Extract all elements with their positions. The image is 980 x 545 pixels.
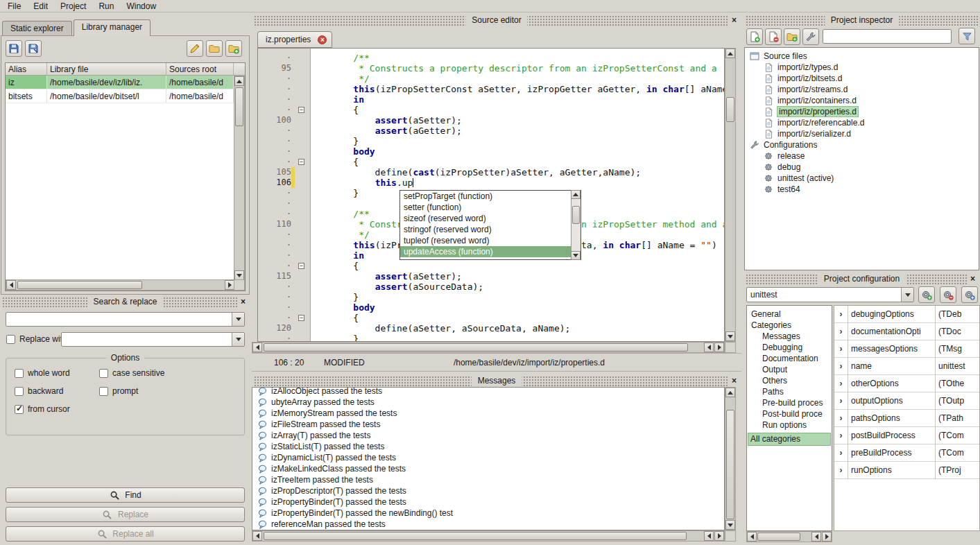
option-from-cursor[interactable]: from cursor: [15, 404, 70, 414]
gutter-row[interactable]: ·: [258, 240, 311, 250]
expand-icon[interactable]: ›: [834, 306, 848, 323]
configuration-combo[interactable]: unittest: [746, 287, 914, 302]
scroll-left-icon[interactable]: [704, 531, 714, 541]
scroll-right-icon[interactable]: [225, 280, 234, 290]
property-row[interactable]: ›pathsOptions(TPath: [834, 410, 979, 427]
category-debugging[interactable]: Debugging: [747, 342, 832, 353]
expand-icon[interactable]: ›: [834, 358, 848, 375]
gutter-row[interactable]: 115: [258, 271, 311, 282]
scroll-left-icon[interactable]: [6, 280, 16, 290]
gutter-row[interactable]: 106: [258, 178, 311, 188]
replace-button[interactable]: Replace: [6, 507, 245, 522]
completion-item[interactable]: updateAccess (function): [400, 246, 581, 257]
property-row[interactable]: ›otherOptions(TOthe: [834, 375, 979, 392]
scroll-thumb[interactable]: [572, 206, 580, 224]
add-library-button[interactable]: [225, 40, 242, 57]
completion-item[interactable]: stringof (reserved word): [400, 224, 581, 235]
category-messages[interactable]: Messages: [747, 331, 832, 342]
gutter-row[interactable]: ·: [258, 53, 311, 63]
tree-item-test64[interactable]: test64: [745, 184, 979, 195]
checkbox-box[interactable]: [99, 369, 108, 378]
gutter-row[interactable]: ·: [258, 146, 311, 157]
gutter-row[interactable]: 105: [258, 167, 311, 178]
category-run-options[interactable]: Run options: [747, 419, 832, 431]
property-row[interactable]: ›documentationOpti(TDoc: [834, 323, 979, 340]
scroll-up-icon[interactable]: [725, 49, 735, 58]
menu-run[interactable]: Run: [92, 1, 120, 12]
scroll-right-icon[interactable]: [822, 532, 832, 542]
gutter-row[interactable]: ·: [258, 292, 311, 302]
gutter-row[interactable]: ·−: [258, 261, 311, 271]
scroll-left-icon[interactable]: [252, 531, 262, 541]
messages-hscrollbar[interactable]: [252, 530, 725, 542]
close-icon[interactable]: ×: [729, 376, 739, 386]
table-row[interactable]: iz/home/basile/dev/iz/lib/iz./home/basil…: [6, 76, 245, 89]
gutter-row[interactable]: ·−: [258, 313, 311, 323]
message-item[interactable]: izAllocObject passed the tests: [252, 387, 724, 397]
library-table-hscrollbar[interactable]: [6, 279, 235, 291]
completion-item[interactable]: setPropTarget (function): [400, 191, 581, 202]
add-config-button[interactable]: [918, 286, 935, 303]
replace-with-checkbox[interactable]: Replace with: [6, 334, 67, 344]
column-header-alias[interactable]: Alias: [6, 63, 47, 75]
checkbox-box[interactable]: [15, 405, 24, 414]
filter-button[interactable]: [958, 28, 975, 44]
gutter-row[interactable]: ·: [258, 230, 311, 240]
expand-icon[interactable]: ›: [834, 340, 848, 358]
category-post-build-proce[interactable]: Post-build proce: [747, 408, 832, 419]
tree-item-import-iz-properties-d[interactable]: import/iz/properties.d: [745, 106, 979, 117]
scroll-right-icon[interactable]: [714, 531, 724, 541]
tab-close-icon[interactable]: ×: [318, 35, 327, 44]
scroll-up-icon[interactable]: [571, 190, 581, 199]
gutter-row[interactable]: ·: [258, 209, 311, 219]
fold-icon[interactable]: −: [298, 315, 304, 321]
menu-window[interactable]: Window: [120, 1, 162, 12]
save-library-button[interactable]: [6, 40, 22, 57]
completion-item[interactable]: setter (function): [400, 202, 581, 213]
close-icon[interactable]: ×: [238, 297, 248, 307]
scroll-thumb[interactable]: [264, 343, 688, 352]
add-folder-button[interactable]: [784, 28, 800, 45]
menu-project[interactable]: Project: [54, 1, 92, 12]
category-general[interactable]: General: [747, 309, 832, 320]
message-item[interactable]: ubyteArray passed the tests: [252, 397, 724, 408]
clone-config-button[interactable]: [961, 286, 978, 303]
fold-icon[interactable]: −: [298, 159, 304, 165]
gutter-row[interactable]: 110: [258, 219, 311, 230]
property-row[interactable]: ›messagesOptions(TMsg: [834, 340, 979, 358]
category-output[interactable]: Output: [747, 364, 832, 375]
editor-hscrollbar[interactable]: [252, 342, 725, 353]
option-backward[interactable]: backward: [15, 386, 63, 396]
close-icon[interactable]: ×: [729, 15, 739, 26]
tree-item-release[interactable]: release: [745, 150, 979, 162]
column-header-sources-root[interactable]: Sources root: [166, 63, 234, 75]
edit-alias-button[interactable]: [187, 40, 203, 57]
gutter-row[interactable]: ·: [258, 94, 311, 105]
scroll-up-icon[interactable]: [234, 76, 244, 86]
open-folder-button[interactable]: [206, 40, 223, 57]
expand-icon[interactable]: ›: [834, 375, 848, 392]
save-library-as-button[interactable]: [25, 40, 42, 57]
expand-icon[interactable]: ›: [834, 427, 848, 444]
property-row[interactable]: ›postBuildProcess(TCom: [834, 427, 979, 444]
gutter-row[interactable]: ·: [258, 334, 311, 342]
scroll-thumb[interactable]: [726, 97, 734, 122]
editor-vscrollbar[interactable]: [725, 48, 736, 342]
dropdown-icon[interactable]: [901, 288, 913, 302]
property-row[interactable]: ›debugingOptions(TDeb: [834, 306, 979, 323]
scroll-right-icon[interactable]: [714, 343, 724, 352]
gutter-row[interactable]: ·: [258, 302, 311, 313]
message-item[interactable]: izDynamicList(T) passed the tests: [252, 452, 724, 463]
scroll-down-icon[interactable]: [725, 520, 735, 530]
gutter-row[interactable]: 95: [258, 63, 311, 73]
messages-vscrollbar[interactable]: [725, 387, 736, 530]
message-item[interactable]: izMakeLinkedClass passed the tests: [252, 463, 724, 474]
message-item[interactable]: izTreeItem passed the tests: [252, 474, 724, 485]
all-categories-button[interactable]: All categories: [748, 433, 830, 445]
gutter-row[interactable]: 100: [258, 115, 311, 126]
scroll-left-icon[interactable]: [811, 532, 821, 542]
gutter-row[interactable]: 120: [258, 323, 311, 334]
expand-icon[interactable]: ›: [834, 444, 848, 462]
category-hscrollbar[interactable]: [746, 531, 832, 542]
inspector-filter-input[interactable]: [823, 29, 952, 44]
